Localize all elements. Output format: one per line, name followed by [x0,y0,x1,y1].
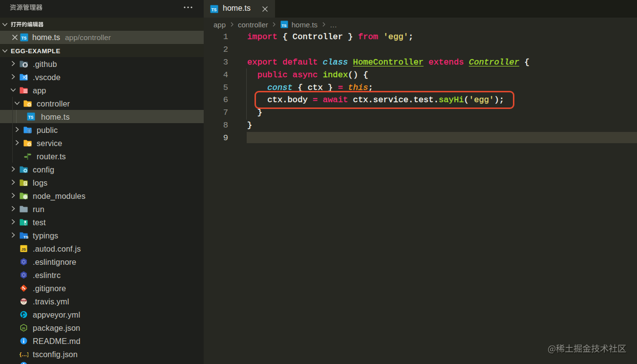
svg-text:{…}: {…} [20,351,28,357]
svg-text:JS: JS [21,326,25,329]
svg-text:JS: JS [21,247,26,252]
svg-text:TS: TS [23,235,28,239]
svg-text:TS: TS [212,8,217,12]
svg-text:TS: TS [21,36,27,41]
svg-text:TS: TS [28,115,34,120]
svg-text:TS: TS [281,23,286,27]
